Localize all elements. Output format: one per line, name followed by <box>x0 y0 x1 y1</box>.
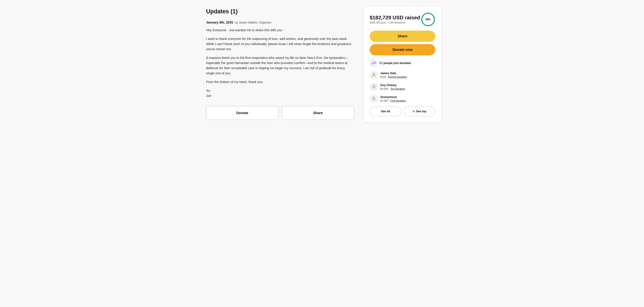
donate-now-button[interactable]: Donate now <box>370 44 435 55</box>
page-title: Updates (1) <box>206 8 354 15</box>
goal-text: $185,000 goal <box>370 21 386 24</box>
goal-donations: $185,000 goal · 1.8K donations <box>370 21 420 24</box>
donor-item: Anonymous $1,000 · First donation <box>370 95 435 103</box>
stats-text: $182,729 USD raised $185,000 goal · 1.8K… <box>370 15 420 24</box>
dot-separator: · <box>387 21 387 24</box>
see-top-button[interactable]: ☆ See top <box>404 106 435 116</box>
update-date-row: January 8th, 2025 by Jonjon Battles, Org… <box>206 20 354 24</box>
update-date: January 8th, 2025 <box>206 20 233 24</box>
people-donated-text: 17 people just donated <box>379 61 411 65</box>
donor-tag-2[interactable]: Top donation <box>390 87 405 90</box>
donor-amount-3: $1,000 <box>380 99 388 102</box>
donor-amount-1: $100 <box>380 76 386 78</box>
update-para2: A massive thank you to the first respond… <box>206 55 354 76</box>
share-sidebar-button[interactable]: Share <box>370 30 435 42</box>
donor-info-3: Anonymous $1,000 · First donation <box>380 95 406 102</box>
donations-count: 1.8K donations <box>388 21 406 24</box>
donate-button[interactable]: Donate <box>206 106 278 120</box>
donor-name-2: Guy Oseary <box>380 83 405 87</box>
share-button[interactable]: Share <box>282 106 354 120</box>
update-para3: From the bottom of my heart, thank you. <box>206 79 354 84</box>
donor-amount-2: $5,000 <box>380 87 388 90</box>
people-donated: 17 people just donated <box>370 59 435 67</box>
donor-name-1: James Dale <box>380 71 407 75</box>
donor-amount-row-1: $100 · Recent donation <box>380 76 407 78</box>
donor-tag-1[interactable]: Recent donation <box>388 76 407 78</box>
update-greeting: Hey Everyone - Joe wanted me to share th… <box>206 27 354 33</box>
donor-tag-3[interactable]: First donation <box>390 99 406 102</box>
amount-raised: $182,729 USD raised <box>370 15 420 20</box>
donor-avatar-2 <box>370 83 378 91</box>
bottom-buttons: Donate Share <box>206 106 354 120</box>
donor-avatar-1 <box>370 71 378 79</box>
donor-info-1: James Dale $100 · Recent donation <box>380 71 407 78</box>
progress-ring: 99% <box>421 12 435 27</box>
see-buttons-row: See all ☆ See top <box>370 106 435 116</box>
progress-percent: 99% <box>426 18 431 21</box>
donor-item: James Dale $100 · Recent donation <box>370 71 435 79</box>
trending-icon <box>370 59 378 67</box>
see-all-button[interactable]: See all <box>370 106 401 116</box>
update-sign-off: Xo,Joe <box>206 88 354 98</box>
update-body: Hey Everyone - Joe wanted me to share th… <box>206 27 354 98</box>
updates-section: Updates (1) January 8th, 2025 by Jonjon … <box>206 6 354 120</box>
donor-info-2: Guy Oseary $5,000 · Top donation <box>380 83 405 90</box>
donor-item: Guy Oseary $5,000 · Top donation <box>370 83 435 91</box>
donor-avatar-3 <box>370 95 378 103</box>
donor-amount-row-3: $1,000 · First donation <box>380 99 406 102</box>
update-para1: I want to thank everyone for the outpour… <box>206 36 354 52</box>
fundraiser-sidebar: $182,729 USD raised $185,000 goal · 1.8K… <box>364 6 441 122</box>
donor-amount-row-2: $5,000 · Top donation <box>380 87 405 90</box>
stats-row: $182,729 USD raised $185,000 goal · 1.8K… <box>370 12 435 27</box>
donor-name-3: Anonymous <box>380 95 406 99</box>
star-icon: ☆ <box>412 110 415 113</box>
update-author: by Jonjon Battles, Organizer <box>235 21 272 24</box>
